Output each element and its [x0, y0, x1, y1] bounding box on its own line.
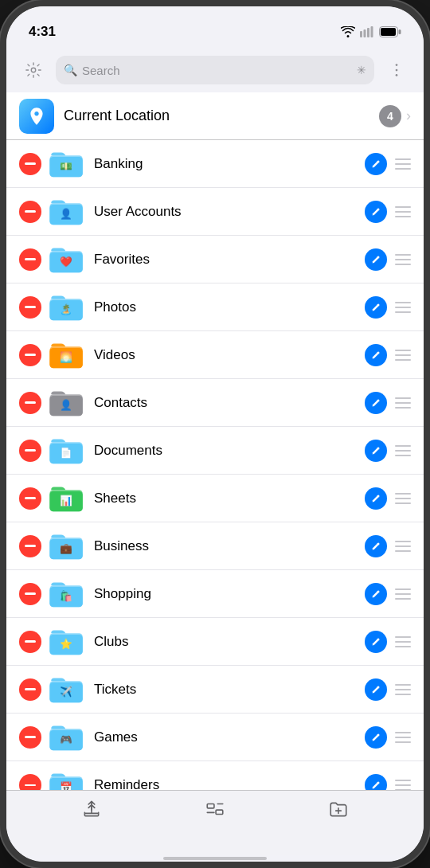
folder-icon-reminders: 📅 [49, 771, 84, 790]
edit-button-sheets[interactable] [365, 487, 387, 510]
delete-button-banking[interactable] [19, 153, 41, 175]
delete-button-favorites[interactable] [19, 248, 41, 271]
drag-handle-sheets[interactable] [395, 493, 411, 504]
edit-button-shopping[interactable] [365, 583, 387, 605]
svg-point-10 [396, 74, 398, 76]
delete-button-documents[interactable] [19, 440, 41, 462]
item-label-favorites: Favorites [94, 252, 365, 268]
delete-button-reminders[interactable] [19, 774, 41, 790]
svg-rect-0 [360, 31, 362, 37]
tab-add-folder[interactable] [328, 799, 349, 819]
delete-button-clubs[interactable] [19, 631, 41, 653]
drag-handle-contacts[interactable] [395, 397, 411, 409]
drag-handle-games[interactable] [395, 732, 411, 743]
svg-point-8 [396, 64, 398, 66]
item-label-reminders: Reminders [94, 777, 365, 790]
drag-handle-photos[interactable] [395, 302, 411, 313]
edit-button-videos[interactable] [365, 344, 387, 366]
drag-handle-videos[interactable] [395, 350, 411, 361]
delete-button-shopping[interactable] [19, 583, 41, 605]
location-badge: 4 [379, 105, 401, 127]
svg-rect-3 [371, 26, 373, 37]
current-location-row[interactable]: Current Location 4 › [6, 92, 424, 140]
battery-icon [379, 26, 401, 37]
content-area: Current Location 4 › 💵 Banking [6, 92, 424, 790]
delete-button-user-accounts[interactable] [19, 201, 41, 223]
folder-icon-clubs: ⭐ [49, 628, 84, 656]
edit-button-business[interactable] [365, 535, 387, 557]
drag-handle-clubs[interactable] [395, 636, 411, 647]
svg-text:🎮: 🎮 [60, 733, 72, 746]
drag-handle-banking[interactable] [395, 158, 411, 170]
location-icon [19, 99, 54, 134]
item-label-videos: Videos [94, 347, 365, 363]
list-item: 👤 User Accounts [6, 188, 424, 236]
svg-text:✈️: ✈️ [60, 686, 72, 698]
more-button[interactable] [382, 56, 411, 84]
svg-rect-6 [381, 28, 396, 36]
list-item: ⭐ Clubs [6, 618, 424, 666]
svg-text:💼: 💼 [60, 542, 72, 555]
edit-button-documents[interactable] [365, 440, 387, 462]
svg-text:👤: 👤 [60, 208, 72, 221]
item-label-contacts: Contacts [94, 395, 365, 411]
svg-rect-2 [367, 28, 369, 37]
svg-text:⭐: ⭐ [60, 638, 72, 651]
drag-handle-reminders[interactable] [395, 780, 411, 790]
toolbar: 🔍 Search ✳ [6, 48, 424, 92]
drag-handle-user-accounts[interactable] [395, 206, 411, 217]
folder-icon-games: 🎮 [49, 723, 84, 752]
delete-button-games[interactable] [19, 726, 41, 749]
delete-button-videos[interactable] [19, 344, 41, 366]
drag-handle-favorites[interactable] [395, 254, 411, 265]
settings-button[interactable] [19, 56, 48, 84]
edit-button-user-accounts[interactable] [365, 201, 387, 223]
svg-text:🌅: 🌅 [60, 351, 72, 364]
svg-text:👤: 👤 [60, 399, 72, 412]
edit-button-photos[interactable] [365, 296, 387, 319]
item-label-user-accounts: User Accounts [94, 204, 365, 220]
delete-button-sheets[interactable] [19, 487, 41, 510]
folder-icon-user-accounts: 👤 [49, 197, 84, 226]
list-item: 📊 Sheets [6, 475, 424, 522]
folder-icon-sheets: 📊 [49, 484, 84, 513]
list-item: 🏝️ Photos [6, 283, 424, 331]
folder-icon-documents: 📄 [49, 436, 84, 465]
edit-button-reminders[interactable] [365, 774, 387, 790]
delete-button-photos[interactable] [19, 296, 41, 319]
drag-handle-tickets[interactable] [395, 684, 411, 695]
status-bar: 4:31 [6, 6, 424, 48]
home-bar [163, 857, 267, 860]
drag-handle-shopping[interactable] [395, 588, 411, 600]
item-label-games: Games [94, 729, 365, 745]
list-item: 📅 Reminders [6, 761, 424, 790]
edit-button-tickets[interactable] [365, 678, 387, 701]
edit-button-clubs[interactable] [365, 631, 387, 653]
delete-button-business[interactable] [19, 535, 41, 557]
list-item: 📄 Documents [6, 427, 424, 475]
drag-handle-documents[interactable] [395, 445, 411, 456]
svg-text:🏝️: 🏝️ [60, 303, 72, 316]
chevron-right-icon: › [406, 108, 411, 124]
edit-button-banking[interactable] [365, 153, 387, 175]
edit-button-favorites[interactable] [365, 248, 387, 271]
svg-text:💵: 💵 [60, 160, 72, 173]
tab-share[interactable] [81, 799, 102, 819]
drag-handle-business[interactable] [395, 541, 411, 552]
edit-button-games[interactable] [365, 726, 387, 749]
list-item: ❤️ Favorites [6, 236, 424, 283]
search-asterisk: ✳ [357, 64, 366, 76]
phone-frame: 4:31 [0, 0, 430, 868]
delete-button-tickets[interactable] [19, 678, 41, 701]
wifi-icon [341, 26, 355, 37]
search-bar[interactable]: 🔍 Search ✳ [56, 56, 374, 84]
svg-point-7 [31, 68, 36, 72]
tab-settings[interactable] [205, 799, 225, 819]
status-icons [341, 26, 401, 37]
svg-rect-54 [207, 804, 214, 808]
svg-text:📅: 📅 [60, 781, 72, 790]
folder-icon-favorites: ❤️ [49, 245, 84, 274]
delete-button-contacts[interactable] [19, 392, 41, 414]
search-input[interactable]: Search [82, 64, 352, 77]
edit-button-contacts[interactable] [365, 392, 387, 414]
